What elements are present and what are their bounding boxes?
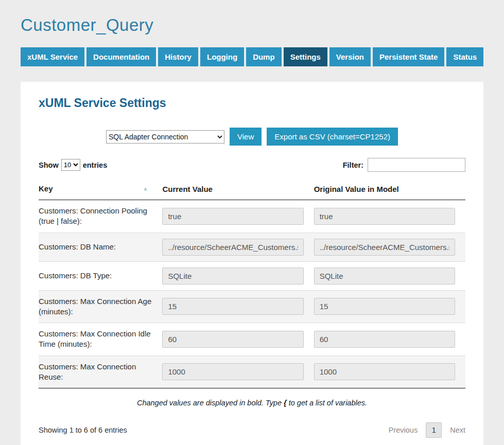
page-root: Customer_Query xUML Service Documentatio…	[0, 0, 504, 445]
filter-input[interactable]	[368, 158, 465, 172]
table-row: Customers: Max Connection Idle Time (min…	[39, 323, 465, 356]
setting-key: Customers: Connection Pooling (true | fa…	[39, 200, 162, 233]
pagination: Previous 1 Next	[389, 422, 465, 438]
sort-ascending-icon: ▲	[143, 184, 148, 193]
setting-key: Customers: Max Connection Idle Time (min…	[39, 323, 162, 356]
setting-key: Customers: DB Type:	[39, 261, 162, 290]
original-value-input	[314, 239, 455, 256]
table-row: Customers: Max Connection Reuse:	[39, 355, 465, 388]
view-button[interactable]: View	[230, 128, 262, 146]
tab-logging[interactable]: Logging	[200, 47, 244, 66]
current-value-input[interactable]	[162, 268, 303, 284]
setting-key: Customers: Max Connection Age (minutes):	[39, 290, 162, 323]
original-value-input	[314, 298, 455, 315]
hint-text: Changed values are displayed in bold. Ty…	[39, 399, 465, 407]
page-number-button[interactable]: 1	[426, 422, 442, 438]
tab-persistent-state[interactable]: Persistent State	[373, 47, 444, 66]
table-row: Customers: Connection Pooling (true | fa…	[39, 200, 465, 233]
page-length-select[interactable]: 10	[61, 159, 80, 171]
tab-dump[interactable]: Dump	[246, 47, 282, 66]
original-value-input	[314, 208, 455, 225]
previous-page-button[interactable]: Previous	[389, 426, 418, 434]
showing-info: Showing 1 to 6 of 6 entries	[39, 426, 127, 434]
tab-xuml-service[interactable]: xUML Service	[21, 47, 84, 66]
column-header-key[interactable]: Key ▲	[39, 179, 162, 200]
hint-text-part1: Changed values are displayed in bold. Ty…	[137, 399, 284, 407]
page-title: Customer_Query	[21, 15, 483, 35]
filter-label: Filter:	[343, 161, 363, 169]
table-controls: Show 10 entries Filter:	[39, 158, 465, 172]
export-csv-button[interactable]: Export as CSV (charset=CP1252)	[267, 128, 398, 146]
tab-bar: xUML Service Documentation History Loggi…	[21, 47, 483, 66]
table-row: Customers: Max Connection Age (minutes):	[39, 290, 465, 323]
tab-settings[interactable]: Settings	[284, 47, 327, 66]
filter-wrap: Filter:	[343, 158, 465, 172]
current-value-input[interactable]	[162, 239, 303, 256]
tab-status[interactable]: Status	[446, 47, 483, 66]
table-footer: Showing 1 to 6 of 6 entries Previous 1 N…	[39, 422, 465, 438]
original-value-input	[314, 268, 455, 284]
panel-heading: xUML Service Settings	[39, 96, 465, 110]
setting-key: Customers: DB Name:	[39, 233, 162, 261]
original-value-input	[314, 363, 455, 380]
table-row: Customers: DB Type:	[39, 261, 465, 290]
entries-label: entries	[83, 161, 108, 169]
show-label: Show	[39, 161, 59, 169]
current-value-input[interactable]	[162, 208, 303, 225]
hint-text-part2: to get a list of variables.	[287, 399, 367, 407]
settings-panel: xUML Service Settings SQL Adapter Connec…	[21, 82, 483, 445]
current-value-input[interactable]	[162, 363, 303, 380]
next-page-button[interactable]: Next	[450, 426, 465, 434]
show-entries: Show 10 entries	[39, 159, 107, 171]
column-header-current-value[interactable]: Current Value	[162, 179, 314, 200]
adapter-select[interactable]: SQL Adapter Connection	[106, 130, 224, 144]
column-header-key-label: Key	[39, 184, 53, 193]
tab-history[interactable]: History	[158, 47, 198, 66]
current-value-input[interactable]	[162, 331, 303, 348]
tab-version[interactable]: Version	[329, 47, 371, 66]
column-header-original-value[interactable]: Original Value in Model	[314, 179, 465, 200]
toolbar: SQL Adapter Connection View Export as CS…	[39, 128, 465, 146]
setting-key: Customers: Max Connection Reuse:	[39, 355, 162, 388]
original-value-input	[314, 331, 455, 348]
table-header-row: Key ▲ Current Value Original Value in Mo…	[39, 179, 465, 200]
settings-table: Key ▲ Current Value Original Value in Mo…	[39, 179, 465, 388]
table-row: Customers: DB Name:	[39, 233, 465, 261]
current-value-input[interactable]	[162, 298, 303, 315]
tab-documentation[interactable]: Documentation	[86, 47, 156, 66]
